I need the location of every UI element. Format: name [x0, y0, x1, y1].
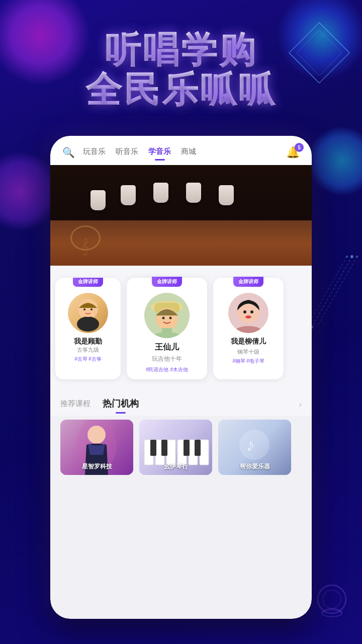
svg-rect-44: [195, 440, 201, 456]
svg-rect-40: [200, 440, 209, 465]
institution-name-3: 帮你爱乐器: [218, 462, 291, 471]
svg-line-4: [312, 257, 352, 327]
banner: 𝄞: [50, 165, 312, 266]
svg-rect-42: [161, 440, 167, 456]
instructor-desc-3: 钢琴十级: [219, 348, 278, 356]
instructor-tags-1: #古琴 #古筝: [61, 356, 115, 363]
tab-recommended-courses[interactable]: 推荐课程: [60, 399, 90, 411]
svg-point-34: [87, 426, 106, 444]
title-area: 听唱学购 全民乐呱呱: [0, 30, 362, 110]
section-tabs: 推荐课程 热门机构 ›: [50, 391, 312, 416]
instructor-desc-1: 古筝九级: [61, 346, 115, 354]
svg-point-18: [90, 308, 93, 310]
search-icon[interactable]: 🔍: [62, 146, 75, 158]
svg-point-31: [245, 315, 251, 318]
nav-tabs: 玩音乐 听音乐 学音乐 商城: [83, 147, 282, 158]
svg-rect-43: [184, 440, 190, 456]
badge-2: 金牌讲师: [152, 277, 182, 287]
instructors-section: 金牌讲师 我是顾勤 古筝九级: [50, 266, 312, 391]
institution-card-1[interactable]: 星智罗科技: [60, 420, 133, 475]
instructor-card-2[interactable]: 金牌讲师: [127, 278, 207, 379]
nav-bar: 🔍 玩音乐 听音乐 学音乐 商城 🔔 5: [50, 136, 312, 165]
tab-hot-institutions[interactable]: 热门机构: [103, 397, 139, 412]
bell-badge: 5: [295, 143, 304, 152]
institution-card-2[interactable]: 幺伊琴行: [139, 420, 212, 475]
tab-listen-music[interactable]: 听音乐: [116, 147, 138, 158]
watermark-logo: [312, 582, 352, 624]
avatar-3: [228, 293, 268, 333]
instructor-tags-2: #民谣吉他 #木吉他: [133, 366, 201, 373]
section-more-arrow[interactable]: ›: [299, 400, 302, 409]
avatar-1: [68, 293, 108, 333]
bell-button[interactable]: 🔔 5: [286, 146, 300, 159]
phone-mockup: 🔍 玩音乐 听音乐 学音乐 商城 🔔 5: [50, 136, 312, 619]
svg-line-6: [307, 257, 347, 327]
institutions-scroll: 星智罗科技: [50, 416, 312, 483]
svg-rect-41: [150, 440, 156, 456]
svg-point-12: [323, 590, 341, 608]
tab-shop[interactable]: 商城: [181, 147, 196, 158]
badge-3: 金牌讲师: [233, 277, 263, 287]
svg-point-10: [346, 256, 348, 258]
instructor-name-3: 我是柳倩儿: [219, 337, 278, 346]
tab-play-music[interactable]: 玩音乐: [83, 147, 106, 158]
title-line2: 全民乐呱呱: [0, 70, 362, 110]
institution-name-1: 星智罗科技: [60, 462, 133, 471]
instructor-card-1[interactable]: 金牌讲师 我是顾勤 古筝九级: [55, 278, 121, 379]
svg-point-15: [77, 316, 99, 332]
svg-point-7: [350, 255, 353, 258]
instructor-card-3[interactable]: 金牌讲师: [213, 278, 284, 379]
phone-screen: 🔍 玩音乐 听音乐 学音乐 商城 🔔 5: [50, 136, 312, 619]
svg-rect-37: [166, 440, 175, 465]
svg-point-9: [356, 256, 358, 258]
svg-text:♪: ♪: [246, 435, 255, 454]
institution-name-2: 幺伊琴行: [139, 462, 212, 471]
guitar-visual: 𝄞: [50, 165, 312, 266]
badge-1: 金牌讲师: [73, 278, 103, 287]
svg-point-24: [169, 317, 172, 319]
instructor-tags-3: #钢琴 #电子琴: [219, 358, 278, 365]
instructor-name-1: 我是顾勤: [61, 337, 115, 346]
instructor-desc-2: 玩吉他十年: [133, 355, 201, 363]
svg-point-30: [250, 310, 253, 313]
avatar-2: [144, 293, 190, 338]
svg-point-17: [83, 308, 85, 310]
instructor-name-2: 王仙儿: [133, 342, 201, 353]
tab-learn-music[interactable]: 学音乐: [148, 147, 171, 158]
institution-card-3[interactable]: ♪ 帮你爱乐器: [218, 420, 291, 475]
svg-point-23: [162, 317, 165, 319]
svg-line-5: [317, 257, 357, 327]
title-line1: 听唱学购: [0, 30, 362, 70]
svg-point-29: [243, 310, 246, 313]
